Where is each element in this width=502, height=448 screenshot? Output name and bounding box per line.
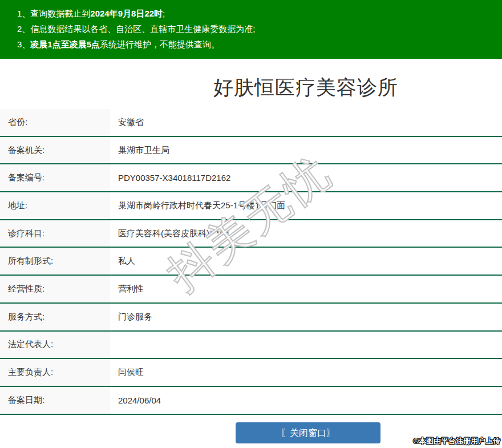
row-value: 营利性 xyxy=(110,276,502,302)
row-label: 备案机关: xyxy=(0,137,110,164)
notice-line-1-post: ; xyxy=(163,9,165,18)
title-wrap: 好肤恒医疗美容诊所 xyxy=(55,59,502,109)
row-value: 巢湖市岗岭行政村时代春天25-1号楼1号门面 xyxy=(110,192,502,219)
notice-line-2-pre: 信息数据结果以各省、自治区、直辖市卫生健康委数据为准; xyxy=(30,24,255,34)
notice-line-1: 1、查询数据截止到2024年9月8日22时; xyxy=(17,6,496,21)
table-row-record-authority: 备案机关: 巢湖市卫生局 xyxy=(0,137,502,165)
row-value: 私人 xyxy=(110,248,502,275)
table-row-business-nature: 经营性质: 营利性 xyxy=(0,276,502,304)
table-row-service-mode: 服务方式: 门诊服务 xyxy=(0,304,502,332)
notice-line-3-num: 3、 xyxy=(17,39,30,49)
table-row-ownership-form: 所有制形式: 私人 xyxy=(0,248,502,276)
table-row-province: 省份: 安徽省 xyxy=(0,109,502,137)
row-label: 备案编号: xyxy=(0,164,110,191)
row-value: 闫侯旺 xyxy=(110,359,502,386)
row-label: 地址: xyxy=(0,192,110,219)
table-row-legal-representative: 法定代表人: xyxy=(0,332,502,360)
row-label: 诊疗科目: xyxy=(0,220,110,247)
row-value: 巢湖市卫生局 xyxy=(110,137,502,164)
row-value: 医疗美容科(美容皮肤科)****** xyxy=(110,220,502,247)
row-label: 所有制形式: xyxy=(0,248,110,275)
notice-line-2: 2、信息数据结果以各省、自治区、直辖市卫生健康委数据为准; xyxy=(17,21,496,37)
table-row-record-date: 备案日期: 2024/06/04 xyxy=(0,387,502,415)
row-label: 经营性质: xyxy=(0,276,110,302)
row-label: 主要负责人: xyxy=(0,359,110,386)
table-row-main-person-in-charge: 主要负责人: 闫侯旺 xyxy=(0,359,502,387)
notice-line-3-post: 系统进行维护，不能提供查询。 xyxy=(100,39,220,49)
notice-line-1-num: 1、 xyxy=(17,9,30,18)
row-label: 服务方式: xyxy=(0,304,110,330)
notice-bar: 1、查询数据截止到2024年9月8日22时; 2、信息数据结果以各省、自治区、直… xyxy=(0,0,502,59)
notice-line-3: 3、凌晨1点至凌晨5点系统进行维护，不能提供查询。 xyxy=(17,37,496,52)
page-title: 好肤恒医疗美容诊所 xyxy=(55,76,502,98)
table-row-treatment-subjects: 诊疗科目: 医疗美容科(美容皮肤科)****** xyxy=(0,220,502,248)
table-row-record-number: 备案编号: PDY00357-X34018117D2162 xyxy=(0,164,502,192)
row-label: 省份: xyxy=(0,109,110,136)
record-info-table: 省份: 安徽省 备案机关: 巢湖市卫生局 备案编号: PDY00357-X340… xyxy=(0,109,502,415)
table-row-address: 地址: 巢湖市岗岭行政村时代春天25-1号楼1号门面 xyxy=(0,192,502,220)
row-value xyxy=(110,332,502,358)
row-value: 门诊服务 xyxy=(110,304,502,330)
upload-attribution: ©本图由平台注册用户上传 xyxy=(413,436,500,446)
notice-line-3-bold: 凌晨1点至凌晨5点 xyxy=(30,39,100,49)
notice-line-1-bold: 2024年9月8日22时 xyxy=(90,9,163,18)
row-label: 备案日期: xyxy=(0,387,110,414)
close-window-button[interactable]: 〖关闭窗口〗 xyxy=(236,422,380,443)
notice-line-1-pre: 查询数据截止到 xyxy=(30,9,90,18)
row-value: PDY00357-X34018117D2162 xyxy=(110,164,502,191)
row-label: 法定代表人: xyxy=(0,332,110,358)
notice-line-2-num: 2、 xyxy=(17,24,30,34)
row-value: 安徽省 xyxy=(110,109,502,136)
row-value: 2024/06/04 xyxy=(110,387,502,414)
